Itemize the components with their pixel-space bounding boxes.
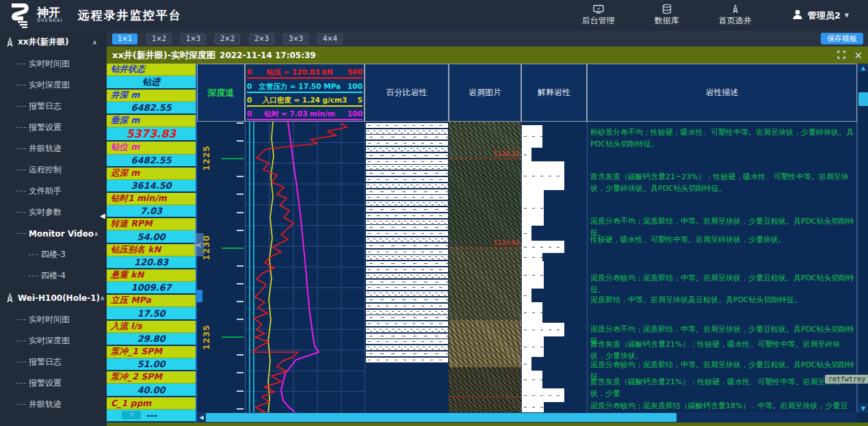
scroll-down-icon[interactable]: ▼ [858, 404, 868, 412]
sidebar-item-9[interactable]: Monitor Video∧ [0, 223, 107, 244]
lithology-percent-row [366, 310, 448, 315]
cuttings-photo-band [449, 367, 521, 412]
lithology-percent-row [366, 255, 448, 260]
tree-dash [16, 170, 26, 170]
app-header: 神开 SHENKAI 远程录井监控平台 后台管理 数据库 首页选井 [0, 0, 868, 31]
lithology-percent-row [366, 351, 448, 356]
tree-dash [16, 404, 26, 405]
sidebar-item-label: 实时参数 [29, 207, 62, 218]
sidebar-item-label: 实时深度图 [29, 79, 70, 91]
sidebar-item-label: 报警设置 [29, 122, 62, 133]
photo-depth-line [449, 397, 521, 397]
interpreted-lithology-bar [522, 357, 531, 371]
sidebar-item-10[interactable]: 四楼-3 [0, 244, 107, 265]
depth-major-tick [222, 248, 244, 249]
fullscreen-icon[interactable] [837, 49, 845, 62]
layout-button-1×2[interactable]: 1×2 [146, 34, 172, 44]
lithology-percent-row [366, 261, 448, 266]
parameter-dropdown-button[interactable]: ▽ [122, 411, 141, 419]
parameter-value: ▽--- [107, 410, 196, 421]
layout-button-4×4[interactable]: 4×4 [317, 34, 343, 44]
sidebar-item-7[interactable]: 文件助手 [0, 181, 107, 202]
lithology-percent-row [366, 285, 448, 290]
depth-minor-tick [237, 408, 244, 410]
vertical-scroll-thumb[interactable] [858, 92, 868, 106]
curve-legend-1: 0立管压力 = 17.50 MPa100 [247, 79, 363, 92]
left-scroll-fragment[interactable] [196, 290, 202, 302]
parameter-value: 钻进 [107, 76, 196, 88]
sidebar-item-5[interactable]: 井眼轨迹 [0, 138, 107, 159]
tree-dash [16, 106, 26, 107]
tree-dash [16, 341, 26, 341]
sidebar-item-6[interactable]: 远程控制 [0, 159, 107, 181]
lithology-percent-row [366, 243, 448, 248]
sidebar-item-3[interactable]: 报警日志 [0, 96, 107, 117]
tree-dash [16, 362, 26, 362]
nav-backend-admin[interactable]: 后台管理 [582, 5, 615, 27]
sidebar-item-16[interactable]: 报警设置 [0, 373, 107, 394]
collapse-chevron-icon[interactable]: ∧ [100, 295, 105, 302]
lithology-percent-row [366, 358, 448, 362]
cuttings-photo-column: 1128.211129.63 [449, 122, 521, 412]
sidebar-well-0[interactable]: xx井(新井眼)∧ [0, 31, 107, 53]
collapse-chevron-icon[interactable]: ∧ [92, 39, 97, 46]
sidebar-item-4[interactable]: 报警设置 [0, 117, 107, 138]
tree-dash [16, 233, 26, 234]
parameter-value: 1009.67 [107, 282, 196, 293]
parameter-7: 钻压别名 kN120.83 [107, 244, 196, 269]
sidebar-collapse-icon[interactable]: ◀ [100, 212, 105, 219]
sidebar-item-8[interactable]: 实时参数 [0, 202, 107, 223]
sidebar-item-17[interactable]: 井眼轨迹 [0, 394, 107, 415]
scroll-up-icon[interactable]: ▲ [858, 64, 868, 72]
sidebar-item-11[interactable]: 四楼-4 [0, 265, 107, 287]
sidebar-item-14[interactable]: 实时深度图 [0, 330, 107, 351]
lithology-description-text: 泥质胶结，中等。岩屑呈块状及豆粒状。具PDC钻头切削特征。 [590, 294, 854, 306]
photo-depth-line [449, 248, 521, 248]
save-template-button[interactable]: 保存模板 [821, 33, 863, 44]
parameter-value: 3614.50 [107, 180, 196, 191]
well-tree-sidebar: xx井(新井眼)∧实时时间图实时深度图报警日志报警设置井眼轨迹远程控制文件助手实… [0, 31, 107, 426]
parameter-13: C_1 ppm▽--- [107, 397, 196, 423]
user-menu[interactable]: 管理员2 ▼ [791, 8, 849, 23]
layout-button-2×2[interactable]: 2×2 [215, 34, 240, 44]
column-header-lithology-description: 岩性描述 [587, 64, 857, 122]
layout-button-2×3[interactable]: 2×3 [249, 34, 274, 44]
lithology-percent-row [366, 207, 448, 212]
collapse-chevron-icon[interactable]: ∧ [94, 230, 98, 237]
layout-button-1×1[interactable]: 1×1 [112, 34, 137, 44]
nav-home-well-select[interactable]: 首页选井 [719, 4, 752, 27]
parameter-label: 转速 RPM [107, 218, 196, 230]
interpreted-lithology-bar [522, 226, 531, 241]
derrick-icon [731, 4, 740, 14]
user-icon [791, 8, 804, 23]
lithology-description-text: 粉砂质分布不均；性较硬，吸水性、可塑性中等。岩屑呈块状，少量碎块状。具PDC钻头… [590, 127, 854, 150]
sidebar-item-2[interactable]: 实时深度图 [0, 75, 107, 96]
depth-minor-tick [237, 122, 244, 124]
lithology-percent-row [366, 267, 448, 272]
realtime-parameter-list: 钻井状态钻进井深 m6482.55垂深 m5373.83钻位 m6482.55迟… [107, 64, 197, 423]
depth-minor-tick [237, 230, 244, 231]
layout-button-3×3[interactable]: 3×3 [283, 34, 308, 44]
panel-collapse-handle[interactable]: < [194, 233, 204, 256]
scroll-left-icon[interactable]: ◀ [197, 412, 206, 423]
interpreted-lithology-bar [522, 388, 564, 402]
close-icon[interactable]: × [854, 51, 863, 59]
lithology-description-text: 性较硬，吸水性、可塑性中等。岩屑呈碎块状，少量块状。 [590, 234, 854, 245]
depth-minor-tick [237, 319, 244, 320]
sidebar-item-13[interactable]: 实时时间图 [0, 309, 107, 330]
sidebar-item-label: 井眼轨迹 [29, 143, 62, 155]
curve-legend-3: 0钻时 = 7.03 min/m100 [247, 107, 363, 120]
sidebar-item-15[interactable]: 报警日志 [0, 351, 107, 373]
sidebar-item-1[interactable]: 实时时间图 [0, 53, 107, 75]
vertical-scrollbar[interactable]: ▲ ▼ [857, 64, 868, 412]
depth-minor-tick [237, 194, 244, 195]
cuttings-photo-band [449, 159, 521, 248]
horizontal-scroll-thumb[interactable] [206, 413, 676, 422]
sidebar-well-12[interactable]: Wei-H100(Hole-1)∧ [0, 287, 107, 309]
tree-dash [16, 148, 26, 149]
horizontal-scrollbar[interactable]: ◀ ▶ [197, 412, 868, 423]
tooltip: retfwtrey [825, 375, 868, 384]
layout-button-1×3[interactable]: 1×3 [181, 34, 206, 44]
curve-legend-0: 0钻压 = 120.83 kN500 [247, 65, 363, 79]
nav-database[interactable]: 数据库 [655, 4, 679, 27]
